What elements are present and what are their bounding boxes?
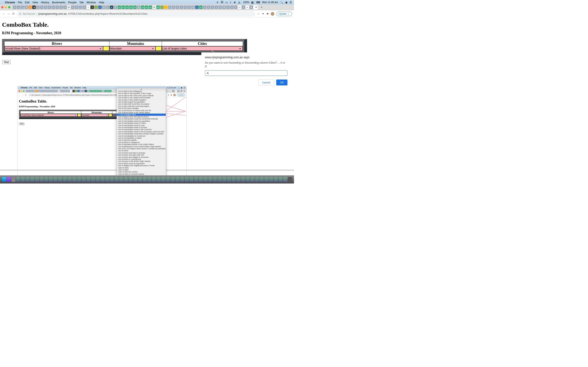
browser-tab[interactable]: ✎ xyxy=(215,6,218,9)
control-center-icon[interactable]: ☰ xyxy=(290,1,292,4)
dropdown-option[interactable]: List of municipalities in Cameroon xyxy=(117,135,166,137)
display-icon[interactable]: ▭ xyxy=(225,1,228,4)
browser-tab[interactable]: ● xyxy=(110,6,113,9)
ok-button[interactable]: OK xyxy=(276,80,287,85)
browser-tab[interactable]: ✎ xyxy=(207,6,210,9)
browser-tab[interactable]: ✎ xyxy=(211,6,214,9)
input-icon[interactable]: ⌨ xyxy=(256,1,260,4)
dock-app-icon[interactable] xyxy=(133,177,138,182)
browser-tab[interactable]: M xyxy=(238,6,241,9)
url-field[interactable]: ⚠ Not Secure | rjmprogramming.com.au/HTM… xyxy=(17,11,255,17)
dropdown-option[interactable]: List of towns and cities with 100 xyxy=(117,154,166,156)
browser-tab[interactable]: ✎ xyxy=(218,6,222,9)
browser-tab[interactable]: ✎ xyxy=(83,6,86,9)
dock-app-icon[interactable] xyxy=(138,177,142,182)
dock-app-icon[interactable] xyxy=(53,177,58,182)
browser-tab[interactable]: ▷ xyxy=(17,6,20,9)
browser-tab[interactable]: ✎ xyxy=(71,6,75,9)
browser-tab[interactable]: w3 xyxy=(129,6,133,9)
dock-app-icon[interactable] xyxy=(190,177,194,182)
dock-app-icon[interactable] xyxy=(105,177,109,182)
app-name[interactable]: Chrome xyxy=(5,1,15,4)
dock-app-icon[interactable] xyxy=(204,177,208,182)
dock-app-icon[interactable] xyxy=(143,177,147,182)
spotlight-icon[interactable]: 🔍 xyxy=(280,1,283,4)
browser-tab[interactable]: ≣ xyxy=(25,6,28,9)
browser-tab[interactable]: S xyxy=(90,6,94,9)
browser-tab[interactable]: w3 xyxy=(118,6,121,9)
dock-app-icon[interactable] xyxy=(175,177,180,182)
browser-tab[interactable]: ≣ xyxy=(114,6,117,9)
dock-app-icon[interactable] xyxy=(185,177,189,182)
menu-view[interactable]: View xyxy=(32,1,38,4)
minimize-window-icon[interactable] xyxy=(5,6,7,8)
browser-tab[interactable]: ✎ xyxy=(203,6,207,9)
dropdown-option[interactable]: List of towns xyxy=(117,150,166,152)
dock-app-icon[interactable] xyxy=(58,177,62,182)
browser-tab[interactable]: ✎ xyxy=(56,6,59,9)
dropdown-option[interactable]: List of settlements in the United States… xyxy=(117,146,166,148)
column-header-mountains[interactable]: Mountains xyxy=(109,42,162,46)
dock-app-icon[interactable] xyxy=(63,177,67,182)
dropdown-option[interactable]: Lists of cities xyxy=(117,167,166,169)
dock-app-icon[interactable] xyxy=(77,177,81,182)
dropdown-option[interactable]: List of towns and cities in Norway xyxy=(117,152,166,154)
dock-app-icon[interactable] xyxy=(72,177,76,182)
dropdown-option[interactable]: List of metropolitan areas by intentiona… xyxy=(117,118,166,120)
dock-app-icon[interactable] xyxy=(147,177,151,182)
dropdown-option[interactable]: List of ghost towns in the United States xyxy=(117,111,166,114)
dock-app-icon[interactable] xyxy=(264,177,268,182)
dock-app-icon[interactable] xyxy=(213,177,217,182)
dock-app-icon[interactable] xyxy=(21,177,25,182)
browser-tab[interactable]: ✎ xyxy=(48,6,51,9)
prompt-input[interactable] xyxy=(205,70,287,76)
dropdown-option[interactable]: Lists of cities xyxy=(117,169,166,171)
bookmark-star-icon[interactable]: ☆ xyxy=(257,12,260,15)
browser-tab[interactable]: ≣ xyxy=(250,6,253,9)
dropdown-option[interactable]: List of cities in the Turks and Caicos I… xyxy=(117,95,166,97)
menu-history[interactable]: History xyxy=(41,1,49,4)
rivers-add-slot[interactable] xyxy=(103,46,109,51)
dropdown-option[interactable]: List of metropolitan areas in Asia xyxy=(117,124,166,126)
bluetooth-icon[interactable]: ᛒ xyxy=(230,1,232,4)
dropdown-option[interactable]: List of cities in the Republic of the Co… xyxy=(117,92,166,94)
menu-edit[interactable]: Edit xyxy=(25,1,29,4)
browser-tab[interactable]: ✎ xyxy=(40,6,43,9)
dock-app-icon[interactable] xyxy=(129,177,133,182)
browser-tab[interactable]: ✎ xyxy=(226,6,230,9)
browser-tab[interactable]: ✎ xyxy=(176,6,179,9)
browser-tab[interactable]: ♪ xyxy=(164,6,168,9)
dropdown-option[interactable]: List of largest cities xyxy=(117,114,166,116)
dropdown-option[interactable]: Lists of cities by country xyxy=(117,171,166,173)
dropdown-option[interactable]: List of metropolitan areas in Europe xyxy=(117,126,166,128)
browser-tab[interactable]: ≣ xyxy=(222,6,226,9)
dock-app-icon[interactable] xyxy=(269,177,273,182)
cities-select[interactable]: List of largest cities xyxy=(162,46,243,51)
dock-app-icon[interactable] xyxy=(82,177,86,182)
dropdown-option[interactable]: List of metropolitan areas that overlap … xyxy=(117,133,166,135)
dock-app-icon[interactable] xyxy=(278,177,283,182)
browser-tab[interactable]: ≣ xyxy=(102,6,105,9)
test-button[interactable]: Test xyxy=(2,60,11,64)
dropdown-option[interactable]: List of largest cities throughout histor… xyxy=(117,116,166,118)
dropdown-option[interactable]: List of cities proper by population xyxy=(117,101,166,103)
column-header-rivers[interactable]: Rivers xyxy=(4,42,109,46)
dropdown-option[interactable]: List of towns and villages in Dominica xyxy=(117,156,166,158)
browser-tab[interactable]: ◇ xyxy=(195,6,199,9)
back-icon[interactable]: ← xyxy=(2,12,5,16)
dock-app-icon[interactable] xyxy=(260,177,264,182)
dock-app-icon[interactable] xyxy=(255,177,259,182)
browser-tab[interactable]: G xyxy=(86,6,90,9)
browser-tab[interactable]: ✎ xyxy=(242,6,245,9)
siri-dock-icon[interactable] xyxy=(7,177,11,182)
browser-tab[interactable]: cP xyxy=(28,6,32,9)
browser-tab[interactable]: w3 xyxy=(121,6,125,9)
browser-tab[interactable]: ✎ xyxy=(63,6,67,9)
dropdown-option[interactable]: List of metropolitan areas by population xyxy=(117,120,166,122)
dock-app-icon[interactable] xyxy=(241,177,245,182)
dock-app-icon[interactable] xyxy=(161,177,165,182)
browser-tab[interactable]: ✎ xyxy=(106,6,109,9)
menu-help[interactable]: Help xyxy=(99,1,104,4)
dock-app-icon[interactable] xyxy=(180,177,184,182)
fullscreen-window-icon[interactable] xyxy=(8,6,10,8)
